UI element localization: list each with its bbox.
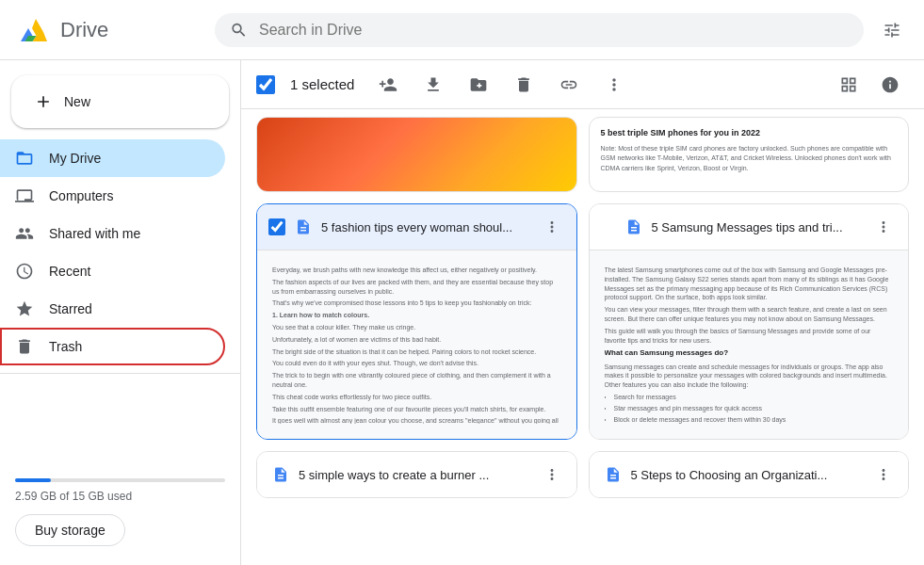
trash-icon (15, 337, 34, 356)
main-content: 1 selected (241, 60, 924, 565)
file-card-burner-title: 5 simple ways to create a burner ... (299, 468, 529, 482)
shared-icon (15, 224, 34, 243)
sidebar-item-shared[interactable]: Shared with me (0, 215, 225, 252)
top-right-title: 5 best triple SIM phones for you in 2022 (601, 127, 898, 140)
settings-icon[interactable] (875, 13, 909, 47)
sidebar-item-computers-label: Computers (49, 188, 113, 203)
file-card-samsung-header: 5 Samsung Messages tips and tri... (590, 204, 909, 250)
file-card-organizing[interactable]: 5 Steps to Choosing an Organizati... (589, 451, 910, 498)
recent-icon (15, 262, 34, 281)
doc-icon-samsung (625, 218, 642, 235)
file-preview-samsung-text: The latest Samsung smartphones come out … (605, 266, 894, 424)
link-button[interactable] (550, 66, 588, 104)
file-card-fashion-preview: Everyday, we brush paths with new knowle… (257, 250, 576, 439)
doc-icon-burner (272, 466, 289, 483)
search-input[interactable] (259, 22, 849, 39)
sidebar: New My Drive Computers (0, 60, 241, 565)
file-card-burner-menu[interactable] (539, 461, 565, 488)
sidebar-divider (0, 373, 240, 374)
file-card-fashion[interactable]: 5 fashion tips every woman shoul... Ever… (256, 203, 577, 440)
delete-button[interactable] (505, 66, 543, 104)
file-card-samsung[interactable]: 5 Samsung Messages tips and tri... The l… (589, 203, 910, 440)
sidebar-item-recent[interactable]: Recent (0, 252, 225, 290)
doc-icon-organizing (605, 466, 622, 483)
file-card-fashion-checkbox[interactable] (268, 218, 285, 235)
file-card-samsung-menu[interactable] (870, 214, 897, 240)
file-card-burner-header: 5 simple ways to create a burner ... (257, 452, 576, 498)
grid-view-button[interactable] (830, 66, 867, 104)
add-to-drive-button[interactable] (460, 66, 497, 104)
file-preview-fashion-text: Everyday, we brush paths with new knowle… (272, 266, 561, 424)
sidebar-item-my-drive[interactable]: My Drive (0, 139, 225, 177)
bottom-row: 5 simple ways to create a burner ... (256, 451, 909, 498)
sidebar-item-my-drive-label: My Drive (49, 151, 101, 166)
starred-icon (15, 299, 34, 318)
toolbar: 1 selected (241, 60, 924, 109)
computers-icon (15, 186, 34, 205)
file-card-top-right[interactable]: 5 best triple SIM phones for you in 2022… (589, 117, 910, 192)
top-row-partial: 5 best triple SIM phones for you in 2022… (256, 117, 909, 192)
header: Drive (0, 0, 924, 60)
toolbar-left: 1 selected (256, 66, 633, 104)
sidebar-item-recent-label: Recent (49, 264, 90, 279)
toolbar-selected-count: 1 selected (283, 76, 362, 92)
files-area: 5 best triple SIM phones for you in 2022… (241, 109, 924, 565)
buy-storage-button[interactable]: Buy storage (15, 514, 125, 546)
file-card-samsung-title: 5 Samsung Messages tips and tri... (652, 220, 862, 234)
file-card-burner[interactable]: 5 simple ways to create a burner ... (256, 451, 577, 498)
storage-bar-background (15, 478, 225, 482)
storage-section: 2.59 GB of 15 GB used Buy storage (0, 467, 240, 557)
my-drive-icon (15, 149, 34, 168)
search-bar[interactable] (215, 13, 864, 47)
logo-text: Drive (60, 18, 108, 42)
files-grid: 5 fashion tips every woman shoul... Ever… (256, 203, 909, 440)
header-right (875, 13, 909, 47)
search-icon (230, 21, 248, 40)
sidebar-item-computers[interactable]: Computers (0, 177, 225, 215)
top-right-note: Note: Most of these triple SIM card phon… (601, 144, 898, 174)
sidebar-item-trash-label: Trash (49, 339, 82, 354)
toolbar-right (830, 66, 909, 104)
file-card-organizing-title: 5 Steps to Choosing an Organizati... (631, 468, 862, 482)
info-button[interactable] (871, 66, 909, 104)
sidebar-item-starred-label: Starred (49, 301, 92, 316)
more-actions-button[interactable] (595, 66, 633, 104)
sidebar-item-shared-label: Shared with me (49, 226, 140, 241)
file-card-fashion-title: 5 fashion tips every woman shoul... (321, 220, 529, 234)
file-card-organizing-header: 5 Steps to Choosing an Organizati... (590, 452, 909, 498)
drive-logo (15, 11, 53, 49)
sidebar-item-starred[interactable]: Starred (0, 290, 225, 328)
file-card-fashion-menu[interactable] (539, 214, 565, 240)
share-button[interactable] (369, 66, 407, 104)
new-button-label: New (64, 94, 90, 109)
new-button[interactable]: New (11, 75, 229, 128)
download-button[interactable] (414, 66, 452, 104)
file-card-samsung-preview: The latest Samsung smartphones come out … (590, 250, 909, 439)
logo-area: Drive (15, 11, 203, 49)
storage-bar-fill (15, 478, 51, 482)
layout: New My Drive Computers (0, 60, 924, 565)
toolbar-select-all-checkbox[interactable] (256, 75, 275, 94)
file-card-fashion-header: 5 fashion tips every woman shoul... (257, 204, 576, 250)
storage-text: 2.59 GB of 15 GB used (15, 490, 225, 503)
file-card-organizing-menu[interactable] (870, 461, 897, 488)
doc-icon-fashion (295, 218, 312, 235)
sidebar-item-trash[interactable]: Trash (0, 328, 225, 365)
file-card-top-left[interactable] (256, 117, 577, 192)
